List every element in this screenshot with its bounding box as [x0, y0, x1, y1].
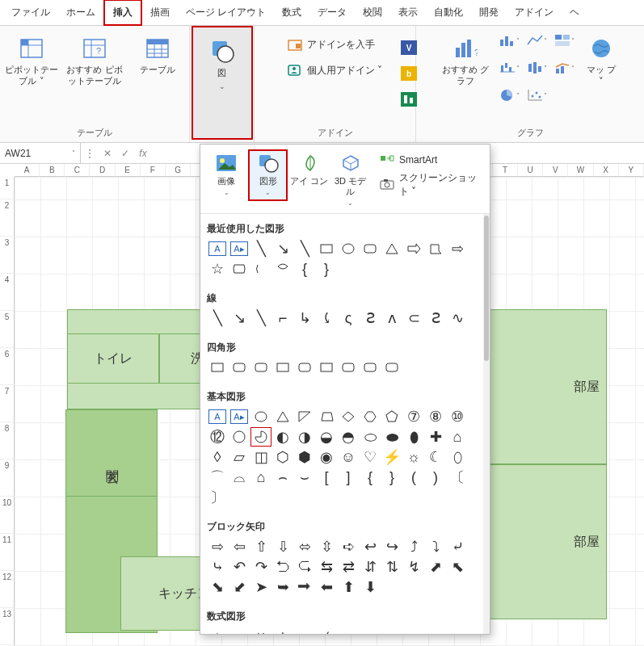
shape-basic-circle[interactable]: [229, 427, 250, 447]
shapes-gallery-button[interactable]: 図形 ⌄: [248, 149, 288, 201]
shape-basic-rtri[interactable]: [294, 407, 315, 426]
shape-basic-ex-0[interactable]: ◐: [272, 427, 293, 447]
menu-home[interactable]: ホーム: [58, 1, 103, 24]
shape-arrow-22[interactable]: ⬈: [425, 557, 446, 577]
shape-oval[interactable]: [338, 239, 359, 258]
get-addins-button[interactable]: アドインを入手: [288, 37, 375, 52]
shape-arrow-5[interactable]: ⇳: [316, 537, 337, 556]
column-header[interactable]: G: [166, 164, 191, 177]
shape-rect-7[interactable]: [360, 358, 381, 377]
shape-arrow-20[interactable]: ⇅: [381, 557, 402, 577]
3d-models-gallery-button[interactable]: 3D モデル ⌄: [330, 149, 370, 212]
column-header[interactable]: E: [116, 164, 141, 177]
shape-basic-ex-7[interactable]: ✚: [425, 427, 446, 447]
shape-line-11[interactable]: ∿: [447, 308, 468, 328]
combo-chart-icon[interactable]: ˅: [551, 57, 577, 79]
shape-equation-5[interactable]: ≠: [316, 627, 337, 634]
shape-flag[interactable]: [425, 239, 446, 258]
shape-arrow-0[interactable]: ⇨: [207, 537, 228, 556]
shape-basic-ex-1[interactable]: ◑: [294, 427, 315, 447]
shape-arrow-16[interactable]: ⮎: [294, 557, 315, 577]
icons-gallery-button[interactable]: アイ コン: [289, 149, 329, 191]
menu-insert[interactable]: 挿入: [103, 0, 142, 26]
hierarchy-chart-icon[interactable]: ˅: [551, 29, 577, 52]
shape-basic-oval[interactable]: [250, 407, 271, 426]
row-header[interactable]: 10: [0, 497, 15, 534]
shape-basic-ex-8[interactable]: ⌂: [447, 427, 468, 447]
shape-line-1[interactable]: ↘: [229, 308, 250, 328]
shape-basic-m-18[interactable]: {: [360, 468, 381, 487]
shape-basic-m-12[interactable]: ⌓: [229, 468, 250, 487]
shape-arrow-23[interactable]: ⬉: [447, 557, 468, 577]
shape-rect-2[interactable]: [250, 358, 271, 377]
shape-arrow-8[interactable]: ↪: [381, 537, 402, 556]
shape-basic-pentagon[interactable]: ⬠: [381, 407, 402, 426]
shape-roundrect[interactable]: [360, 239, 381, 258]
name-box[interactable]: AW21 ˅: [0, 143, 81, 163]
shape-arrow-14[interactable]: ↷: [250, 557, 271, 577]
shape-arrow-1[interactable]: ⇦: [229, 537, 250, 556]
people-graph-icon[interactable]: [396, 88, 422, 111]
shape-arrow-27[interactable]: ➥: [272, 577, 293, 597]
shape-arrow-19[interactable]: ⇵: [360, 557, 381, 577]
shape-basic-m-4[interactable]: ◉: [316, 447, 337, 467]
shape-cloud[interactable]: [229, 259, 250, 279]
shape-basic-m-21[interactable]: ): [425, 468, 446, 487]
shape-wave[interactable]: [272, 259, 293, 279]
shape-rect-4[interactable]: [294, 358, 315, 377]
column-header[interactable]: Y: [619, 164, 644, 177]
menu-draw[interactable]: 描画: [142, 1, 178, 24]
shape-arrow-9[interactable]: ⤴: [403, 537, 424, 556]
shape-basic-m-16[interactable]: [: [316, 468, 337, 487]
shape-arrow-21[interactable]: ↯: [403, 557, 424, 577]
shape-arc[interactable]: [250, 259, 271, 279]
shape-equation-1[interactable]: －: [229, 627, 250, 634]
menu-automation[interactable]: 自動化: [426, 1, 471, 24]
shape-arrow-3[interactable]: ⇩: [272, 537, 293, 556]
shape-basic-m-11[interactable]: ⌒: [207, 468, 228, 487]
shape-arrow-hollow[interactable]: ⇨: [447, 239, 468, 258]
column-header[interactable]: V: [543, 164, 568, 177]
options-icon[interactable]: ⋮: [81, 148, 99, 159]
shape-basic-m-13[interactable]: ⌂: [250, 468, 271, 487]
row-header[interactable]: 4: [0, 274, 15, 311]
shape-arrow-11[interactable]: ⤶: [447, 537, 468, 556]
shape-brace-right[interactable]: }: [316, 259, 337, 279]
column-header[interactable]: C: [65, 164, 90, 177]
shape-entrance[interactable]: 玄関: [65, 409, 158, 510]
shape-arrow-7[interactable]: ↩: [360, 537, 381, 556]
shape-basic-tri[interactable]: [272, 407, 293, 426]
shape-basic-trap[interactable]: [316, 407, 337, 426]
row-header[interactable]: 5: [0, 311, 15, 348]
recommended-pivot-button[interactable]: ? おすすめ ピボットテーブル: [66, 29, 123, 87]
shape-arrow-24[interactable]: ⬊: [207, 577, 228, 597]
shape-arrow-right[interactable]: [403, 239, 424, 258]
illustrations-button[interactable]: 図 ⌄: [192, 26, 253, 140]
shape-textbox[interactable]: A: [208, 241, 226, 256]
shape-arrow-17[interactable]: ⇆: [316, 557, 337, 577]
shape-vertical-textbox[interactable]: A▸: [230, 241, 248, 256]
shape-rect-0[interactable]: [207, 358, 228, 377]
shape-line[interactable]: ╲: [250, 239, 271, 258]
menu-view[interactable]: 表示: [390, 1, 426, 24]
column-header[interactable]: F: [141, 164, 166, 177]
waterfall-chart-icon[interactable]: ˅: [496, 57, 522, 79]
smartart-button[interactable]: SmartArt: [380, 153, 483, 166]
column-header[interactable]: U: [518, 164, 543, 177]
shape-basic-m-22[interactable]: 〔: [447, 468, 468, 487]
shape-rect-5[interactable]: [316, 358, 337, 377]
shape-arrow-30[interactable]: ⬆: [338, 577, 359, 597]
pivot-table-button[interactable]: ピボットテー ブル ˅: [3, 29, 60, 87]
shape-basic-m-5[interactable]: ☺: [338, 447, 359, 467]
row-header[interactable]: 2: [0, 199, 15, 237]
shape-line-7[interactable]: Ƨ: [360, 308, 381, 328]
shape-basic-m-17[interactable]: ]: [338, 468, 359, 487]
shape-arrow-31[interactable]: ⬇: [360, 577, 381, 597]
shape-basic-m-9[interactable]: ☾: [425, 447, 446, 467]
shape-line-10[interactable]: Ƨ: [425, 308, 446, 328]
shape-basic-pie[interactable]: [250, 427, 271, 447]
shape-basic-ex-9[interactable]: ◊: [207, 447, 228, 467]
screenshot-button[interactable]: スクリーンショット ˅: [380, 171, 483, 199]
shape-arrow-12[interactable]: ⤷: [207, 557, 228, 577]
shape-line-9[interactable]: ⊂: [403, 308, 424, 328]
